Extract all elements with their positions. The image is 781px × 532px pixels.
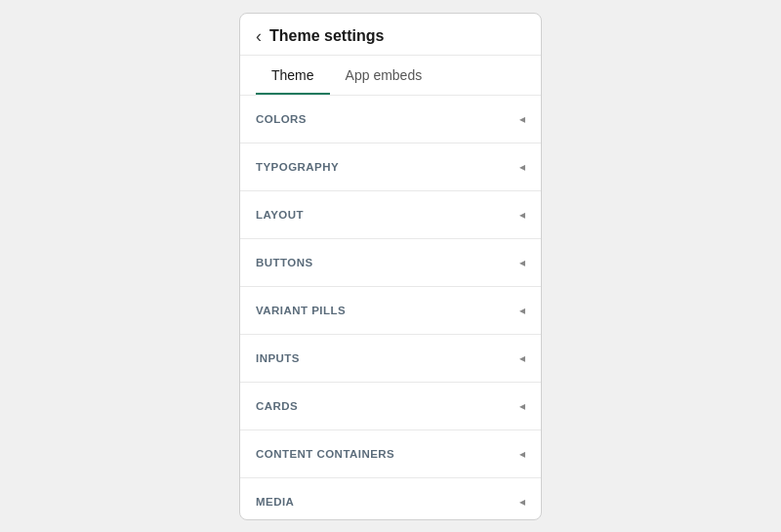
chevron-icon: ◂ — [519, 209, 525, 221]
menu-item-cards[interactable]: CARDS ◂ — [240, 383, 541, 430]
back-button[interactable]: ‹ — [256, 27, 262, 45]
menu-item-colors[interactable]: COLORS ◂ — [240, 96, 541, 143]
chevron-icon: ◂ — [519, 352, 525, 364]
chevron-icon: ◂ — [519, 257, 525, 268]
menu-item-variant-pills[interactable]: VARIANT PILLS ◂ — [240, 287, 541, 335]
menu-item-layout[interactable]: LAYOUT ◂ — [240, 191, 541, 239]
menu-item-typography[interactable]: TYPOGRAPHY ◂ — [240, 143, 541, 191]
panel-title: Theme settings — [269, 27, 384, 45]
theme-settings-panel: ‹ Theme settings Theme App embeds COLORS… — [239, 13, 542, 520]
menu-item-inputs[interactable]: INPUTS ◂ — [240, 335, 541, 383]
menu-list: COLORS ◂ TYPOGRAPHY ◂ LAYOUT ◂ BUTTONS ◂… — [240, 96, 541, 519]
menu-item-media[interactable]: MEDIA ◂ — [240, 478, 541, 519]
chevron-icon: ◂ — [519, 496, 525, 508]
chevron-icon: ◂ — [519, 305, 525, 316]
tab-app-embeds[interactable]: App embeds — [330, 56, 438, 95]
back-icon: ‹ — [256, 27, 262, 45]
chevron-icon: ◂ — [519, 400, 525, 412]
menu-item-content-containers[interactable]: CONTENT CONTAINERS ◂ — [240, 430, 541, 478]
menu-item-buttons[interactable]: BUTTONS ◂ — [240, 239, 541, 287]
tab-bar: Theme App embeds — [240, 56, 541, 96]
chevron-icon: ◂ — [519, 161, 525, 173]
tab-theme[interactable]: Theme — [256, 56, 330, 95]
panel-header: ‹ Theme settings — [240, 14, 541, 56]
chevron-icon: ◂ — [519, 448, 525, 460]
chevron-icon: ◂ — [519, 113, 525, 125]
